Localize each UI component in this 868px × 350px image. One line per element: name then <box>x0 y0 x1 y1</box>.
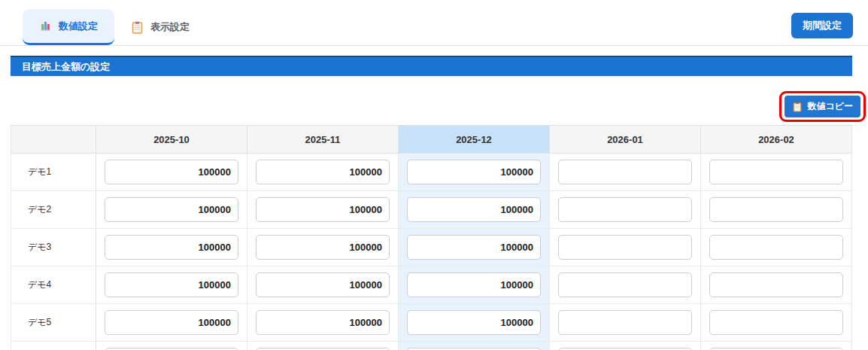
tab-display-settings[interactable]: 表示設定 <box>114 9 206 45</box>
value-cell <box>701 342 852 350</box>
value-cell <box>550 266 701 304</box>
column-header-2026-02: 2026-02 <box>701 126 852 154</box>
copy-button-label: 数値コピー <box>807 100 853 113</box>
value-input-デモ5-2025-12[interactable] <box>407 310 541 335</box>
value-cell <box>247 304 399 342</box>
clipboard-icon <box>131 21 144 34</box>
column-header-2025-12: 2025-12 <box>399 126 550 154</box>
row-label: デモ2 <box>11 191 96 229</box>
column-header-2026-01: 2026-01 <box>550 126 701 154</box>
value-input-デモ5-2026-02[interactable] <box>709 310 843 335</box>
value-input-デモ5-2025-10[interactable] <box>105 310 238 335</box>
value-cell <box>247 154 399 191</box>
value-cell <box>96 191 247 229</box>
table-row: デモ4 <box>11 266 852 304</box>
value-input-デモ4-2026-02[interactable] <box>709 272 843 297</box>
value-cell <box>399 342 550 350</box>
row-label: デモ3 <box>11 229 96 266</box>
value-cell <box>701 266 852 304</box>
value-cell <box>701 229 852 266</box>
tab-numeric-settings[interactable]: 数値設定 <box>23 9 114 45</box>
table-body: デモ1デモ2デモ3デモ4デモ5 <box>11 154 852 350</box>
column-header-2025-10: 2025-10 <box>96 126 247 154</box>
value-cell <box>247 229 399 266</box>
value-input-デモ4-2025-11[interactable] <box>256 272 390 297</box>
bar-chart-icon <box>39 20 52 32</box>
table-row: デモ1 <box>11 154 852 191</box>
table-row: デモ2 <box>11 191 852 229</box>
value-cell <box>550 191 701 229</box>
value-cell <box>96 304 247 342</box>
value-cell <box>701 304 852 342</box>
table-row: デモ5 <box>11 304 852 342</box>
row-label: デモ5 <box>11 304 96 342</box>
value-input-デモ5-2025-11[interactable] <box>256 310 390 335</box>
value-input-デモ5-2026-01[interactable] <box>558 310 692 335</box>
value-cell <box>96 154 247 191</box>
value-cell <box>550 342 701 350</box>
tab-bar: 数値設定 表示設定 期間設定 <box>0 0 868 46</box>
target-sales-table-wrap: 2025-102025-112025-122026-012026-02 デモ1デ… <box>11 125 852 350</box>
value-input-デモ1-2025-10[interactable] <box>105 160 238 184</box>
value-cell <box>550 304 701 342</box>
value-cell <box>399 304 550 342</box>
row-label: デモ4 <box>11 266 96 304</box>
clipboard-copy-icon <box>792 102 803 112</box>
target-sales-table: 2025-102025-112025-122026-012026-02 デモ1デ… <box>11 125 852 350</box>
section-title: 目標売上金額の設定 <box>22 61 110 72</box>
value-input-デモ3-2025-12[interactable] <box>407 235 541 260</box>
value-input-デモ4-2025-10[interactable] <box>105 272 238 297</box>
value-input-デモ2-2025-11[interactable] <box>256 197 390 222</box>
value-cell <box>399 154 550 191</box>
value-input-デモ4-2025-12[interactable] <box>407 272 541 297</box>
value-cell <box>96 229 247 266</box>
column-header-2025-11: 2025-11 <box>247 126 399 154</box>
section-title-bar: 目標売上金額の設定 <box>11 56 852 76</box>
table-corner-cell <box>11 126 96 154</box>
value-cell <box>701 154 852 191</box>
copy-button-row: 数値コピー <box>0 91 868 122</box>
value-input-デモ3-2026-02[interactable] <box>709 235 843 260</box>
settings-page: 数値設定 表示設定 期間設定 目標売上金額の設定 <box>0 0 868 350</box>
value-cell <box>399 229 550 266</box>
value-cell <box>247 342 399 350</box>
value-input-デモ1-2025-12[interactable] <box>407 160 541 184</box>
value-input-デモ2-2026-02[interactable] <box>709 197 843 222</box>
value-cell <box>247 191 399 229</box>
value-input-デモ2-2026-01[interactable] <box>558 197 692 222</box>
tab-label: 表示設定 <box>150 20 190 34</box>
value-input-デモ4-2026-01[interactable] <box>558 272 692 297</box>
value-cell <box>701 191 852 229</box>
value-cell <box>247 266 399 304</box>
row-label: デモ1 <box>11 154 96 191</box>
table-header-row: 2025-102025-112025-122026-012026-02 <box>11 126 852 154</box>
row-label <box>11 342 96 350</box>
period-settings-button[interactable]: 期間設定 <box>791 13 853 38</box>
value-input-デモ3-2025-10[interactable] <box>105 235 238 260</box>
value-input-デモ3-2026-01[interactable] <box>558 235 692 260</box>
value-input-デモ2-2025-10[interactable] <box>105 197 238 222</box>
value-cell <box>550 229 701 266</box>
value-input-デモ3-2025-11[interactable] <box>256 235 390 260</box>
value-cell <box>399 191 550 229</box>
value-cell <box>96 266 247 304</box>
value-input-デモ1-2025-11[interactable] <box>256 160 390 184</box>
value-cell <box>550 154 701 191</box>
value-input-デモ1-2026-01[interactable] <box>558 160 692 184</box>
table-row: デモ3 <box>11 229 852 266</box>
copy-values-button[interactable]: 数値コピー <box>785 96 860 117</box>
value-input-デモ1-2026-02[interactable] <box>709 160 843 184</box>
tab-label: 数値設定 <box>59 20 98 33</box>
value-input-デモ2-2025-12[interactable] <box>407 197 541 222</box>
red-highlight-annotation: 数値コピー <box>779 91 866 122</box>
table-row <box>11 342 852 350</box>
value-cell <box>399 266 550 304</box>
value-cell <box>96 342 247 350</box>
